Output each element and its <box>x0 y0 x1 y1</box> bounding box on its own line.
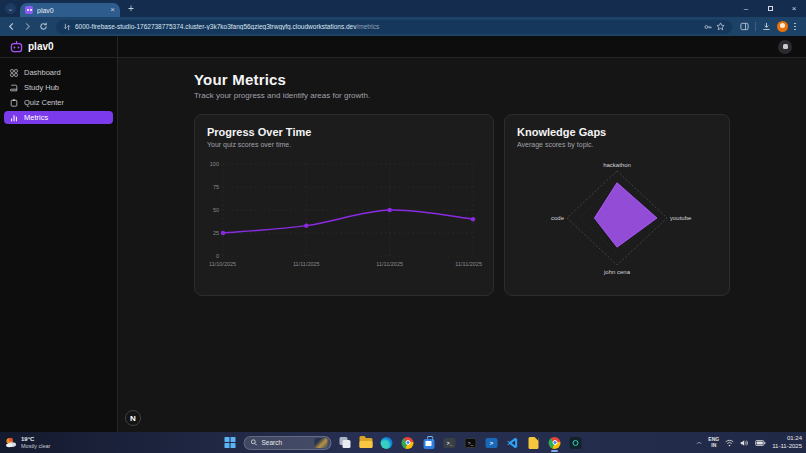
system-tray: ︿ ENG IN 01:24 11-11-2025 <box>696 432 802 453</box>
svg-text:11/10/2025: 11/10/2025 <box>209 261 236 267</box>
taskbar-icon-file-explorer[interactable] <box>358 434 374 452</box>
weather-icon <box>4 436 17 449</box>
bookmark-star-icon[interactable] <box>716 22 725 31</box>
progress-over-time-card: Progress Over Time Your quiz scores over… <box>194 114 494 296</box>
bar-chart-icon <box>10 114 18 122</box>
main-content: Your Metrics Track your progress and ide… <box>118 58 806 432</box>
download-icon[interactable] <box>762 22 771 31</box>
sidebar: DashboardStudy HubQuiz CenterMetrics <box>0 58 118 432</box>
page-subtitle: Track your progress and identify areas f… <box>194 91 730 100</box>
url-path: /metrics <box>356 23 379 30</box>
start-button[interactable] <box>223 434 239 452</box>
toolbar-divider <box>755 22 756 31</box>
user-avatar[interactable] <box>778 40 792 54</box>
chrome-active-icon <box>549 437 561 449</box>
sidebar-item-study-hub[interactable]: Study Hub <box>4 81 113 94</box>
sidebar-item-label: Metrics <box>24 113 48 122</box>
clipboard-icon <box>10 99 18 107</box>
sidebar-item-metrics[interactable]: Metrics <box>4 111 113 124</box>
weather-condition: Mostly clear <box>21 443 50 449</box>
browser-tab[interactable]: plav0 × <box>20 3 120 17</box>
browser-titlebar: ⌄ plav0 × + – × <box>0 0 806 17</box>
brand[interactable]: plav0 <box>0 36 118 57</box>
clock-time: 01:24 <box>772 435 802 442</box>
search-label: Search <box>262 439 311 446</box>
svg-text:100: 100 <box>210 161 219 167</box>
card-title: Progress Over Time <box>207 126 481 138</box>
knowledge-gaps-card: Knowledge Gaps Average scores by topic. … <box>504 114 730 296</box>
window-minimize-button[interactable]: – <box>734 0 758 17</box>
dashboard-icon <box>10 69 18 77</box>
tab-close-icon[interactable]: × <box>110 6 115 14</box>
url-bar[interactable]: 6000-firebase-studio-1762738775374.clust… <box>56 20 732 34</box>
region-code: IN <box>708 443 719 449</box>
reload-button[interactable] <box>36 20 50 34</box>
tab-search-button[interactable]: ⌄ <box>5 3 16 14</box>
search-icon <box>251 439 258 446</box>
hidden-icons-chevron[interactable]: ︿ <box>696 438 702 447</box>
browser-menu-icon[interactable] <box>794 23 796 31</box>
screen: ⌄ plav0 × + – × 6000-firebase-studio-176… <box>0 0 806 453</box>
sidebar-item-quiz-center[interactable]: Quiz Center <box>4 96 113 109</box>
nextjs-dev-badge[interactable]: N <box>125 410 141 426</box>
site-info-icon[interactable] <box>63 23 71 31</box>
sidebar-item-label: Quiz Center <box>24 98 64 107</box>
chrome-icon <box>402 437 414 449</box>
line-chart: 025507510011/10/202511/11/202511/11/2025… <box>207 156 481 274</box>
battery-icon[interactable] <box>755 439 766 447</box>
weather-widget[interactable]: 19°C Mostly clear <box>0 436 50 449</box>
side-panel-icon[interactable] <box>740 22 749 31</box>
svg-text:hackathon: hackathon <box>603 162 631 168</box>
svg-text:11/11/2025: 11/11/2025 <box>455 261 482 267</box>
taskbar-icon-chrome-active[interactable] <box>547 434 563 452</box>
edge-icon <box>381 437 393 449</box>
taskbar-search[interactable]: Search <box>244 436 332 450</box>
window-close-button[interactable]: × <box>782 0 806 17</box>
language-indicator[interactable]: ENG IN <box>708 437 719 448</box>
wifi-icon[interactable] <box>725 439 734 447</box>
svg-text:11/11/2025: 11/11/2025 <box>293 261 320 267</box>
teal-app-icon <box>570 437 582 449</box>
svg-text:code: code <box>551 215 565 221</box>
browser-profile-avatar[interactable] <box>777 21 788 32</box>
taskbar-icon-teal-app[interactable] <box>568 434 584 452</box>
svg-text:50: 50 <box>213 207 219 213</box>
command-prompt-icon: >_ <box>465 438 477 448</box>
app-window: plav0 DashboardStudy HubQuiz CenterMetri… <box>0 36 806 432</box>
card-subtitle: Your quiz scores over time. <box>207 141 481 148</box>
taskbar-icon-terminal[interactable]: >_ <box>442 434 458 452</box>
brand-name: plav0 <box>28 41 54 52</box>
svg-text:11/11/2025: 11/11/2025 <box>376 261 403 267</box>
taskbar-icon-task-view[interactable] <box>337 434 353 452</box>
password-key-icon[interactable] <box>704 23 712 31</box>
page-title: Your Metrics <box>194 71 730 88</box>
terminal-icon: >_ <box>444 438 456 448</box>
clock-date: 11-11-2025 <box>772 443 802 450</box>
tab-title: plav0 <box>37 7 106 14</box>
taskbar-icon-edge[interactable] <box>379 434 395 452</box>
windows-logo-icon <box>225 437 237 449</box>
svg-text:john cena: john cena <box>603 269 631 275</box>
sidebar-item-label: Dashboard <box>24 68 61 77</box>
taskbar-icon-chrome[interactable] <box>400 434 416 452</box>
forward-button[interactable] <box>20 20 34 34</box>
taskbar-icon-command-prompt[interactable]: >_ <box>463 434 479 452</box>
robot-logo-icon <box>10 41 23 53</box>
volume-icon[interactable] <box>740 439 749 447</box>
back-button[interactable] <box>4 20 18 34</box>
radar-chart: hackathonyoutubejohn cenacode <box>517 156 717 284</box>
window-maximize-button[interactable] <box>758 0 782 17</box>
taskbar-icon-vscode[interactable] <box>505 434 521 452</box>
taskbar-clock[interactable]: 01:24 11-11-2025 <box>772 435 802 449</box>
taskbar-icon-notes[interactable] <box>526 434 542 452</box>
url-text: 6000-firebase-studio-1762738775374.clust… <box>75 23 700 30</box>
new-tab-button[interactable]: + <box>128 3 134 14</box>
sidebar-item-dashboard[interactable]: Dashboard <box>4 66 113 79</box>
taskbar: 19°C Mostly clear Search >_>_> ︿ ENG IN <box>0 432 806 453</box>
taskbar-icon-store[interactable] <box>421 434 437 452</box>
taskbar-icon-powershell[interactable]: > <box>484 434 500 452</box>
svg-text:youtube: youtube <box>670 215 692 221</box>
tab-favicon-icon <box>25 6 33 14</box>
search-highlight-image <box>315 438 328 448</box>
microsoft-store-icon <box>423 439 434 449</box>
